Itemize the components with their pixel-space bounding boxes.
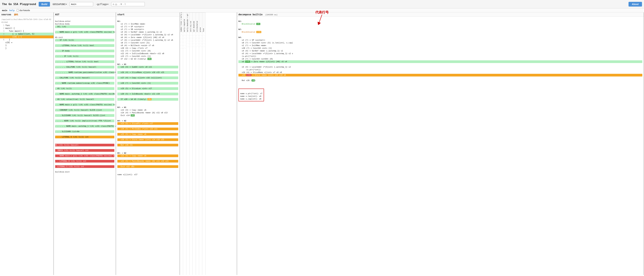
ast-line: buildssa-exit [55, 171, 70, 173]
ast-line: . . NAME-main..autotmp_1 l(4) x(0) class… [55, 92, 114, 95]
ast-line: . . . NAME-runtime.makeslicecap x(0) cla… [55, 82, 114, 84]
decompose-panel-header: decompose builtin [104389 ns] [237, 12, 644, 17]
pass-col-number-lines: number lines + early phielim [180, 12, 183, 32]
ast-line: . DCL l(4) [55, 26, 114, 28]
ssa-start-panel: start b1: v1 (?) = InitMem <mem> v2 (?) … [116, 12, 180, 275]
src-line-5: 5 s[0] = 1 [0, 36, 54, 38]
ast-line: buildssa-body [55, 23, 70, 25]
header: The Go SSA Playground Build GOSSAFUNC= -… [0, 0, 644, 8]
decompose-panel: decompose builtin [104389 ns] b1: BlockI… [237, 12, 644, 275]
gcflags-input[interactable] [111, 2, 145, 6]
ast-line: . AS l(4) colas(true) tc(1) hascall [55, 98, 114, 101]
ssa-block-b4: b4: → b2 [117, 120, 126, 122]
gossafunc-input[interactable] [70, 2, 93, 6]
src-line-8: s[0] = [0, 41, 54, 44]
decompose-content: b1: BlockInvalid (4) b2: BlockInvalid (+… [237, 17, 644, 106]
pass-col-prove: prove [199, 12, 202, 32]
ast-line: . . IF l(4) tc(1) [55, 39, 114, 42]
pass-cell: - [180, 32, 183, 36]
pass-col-early-deadcode: early deadcode + opt [186, 12, 189, 32]
ast-line: . . . . IF l(4) tc(1) [55, 55, 114, 58]
pass-col-opt-deadcode: opt deadcode [193, 12, 196, 32]
passes-panel: number lines + early phielim - . . . . e… [180, 12, 237, 275]
src-line-3: 3 func main() { [0, 30, 54, 32]
ast-line: . . NAME-main.s g(1) l(4) x(0) class(PAU… [55, 31, 114, 34]
func-name: main [2, 9, 7, 12]
ast-line: . . . . ADDR l(4) tc(1) implicit(true) P… [55, 120, 114, 122]
ast-line [55, 141, 56, 144]
ssa-content: b1: v1 (?) = InitMem <mem> v2 (?) = SP <… [116, 17, 180, 179]
build-button[interactable]: Build [39, 2, 50, 6]
gossafunc-label: GOSSAFUNC= [53, 3, 67, 6]
ast-line: AS-init [55, 36, 63, 38]
src-line-1: 1 func [0, 24, 54, 27]
ast-panel: AST buildssa-enter buildssa-body . DCL l… [54, 12, 116, 275]
ast-line: . AS l(4) tc(1) [55, 87, 114, 90]
ssa-block-b5: b5: → b2 [117, 152, 126, 154]
ast-line: . . NAME-main.s g(1) l(4) x(0) class(PAU… [55, 103, 114, 106]
ast-line: . . CALLFUNC l(4) tc(1) hascall [55, 76, 114, 79]
src-line-6: 6 } [0, 38, 54, 41]
darkmode-label[interactable]: darkmode [17, 9, 30, 12]
help-link[interactable]: help [9, 9, 14, 12]
pass-col-early-copyelim: early copyelim [183, 12, 186, 32]
darkmode-checkbox[interactable] [17, 9, 19, 12]
ast-line: . . NAME-main.s g(1) l(4) x(0) class(PAU… [55, 154, 114, 157]
ast-line: . . . LITERAL-false l(4) tc(1) bool [55, 44, 114, 47]
pass-cell: . [180, 36, 183, 39]
src-line-4: 4 s := make([]int, 5) [0, 32, 54, 36]
ast-line: . . CONVNOP l(4) tc(1) hascall SLICE-[]i… [55, 109, 114, 112]
decompose-ns: [104389 ns] [265, 14, 278, 16]
src-line-2: 2 main() { [0, 27, 54, 30]
pass-col-nilcheckelim: nilcheckelim [196, 12, 199, 32]
pass-cell: . [180, 46, 183, 48]
ast-line: . LITERAL-1 l(5) tc(1) int [55, 165, 114, 168]
ast-content: buildssa-enter buildssa-body . DCL l(4) … [54, 17, 116, 177]
ssa-block-b1: b1: [117, 20, 121, 22]
content-area: sources 源码 /app/public/buildbox/8975e7b9… [0, 12, 644, 275]
ast-line: . . . . . NAME-main..autotmp_1 l(4) x(0)… [55, 125, 114, 128]
sources-content: /app/public/buildbox/8975e7b9-3243-11ec-… [0, 17, 54, 101]
ast-line: . INDEX l(5) tc(1) hascall int [55, 149, 114, 152]
source-path: /app/public/buildbox/8975e7b9-3243-11ec-… [0, 18, 54, 24]
pass-cell: . [180, 39, 183, 42]
ast-line: . . . SLICEARR l(4) tc(1) hascall SLICE-… [55, 114, 114, 117]
sources-panel: sources 源码 /app/public/buildbox/8975e7b9… [0, 12, 54, 275]
pass-col-fuse: fuse [202, 12, 205, 32]
src-line-9: 1 [0, 44, 54, 47]
ast-line: . . LITERAL-0 l(5) tc(1) int [55, 160, 114, 162]
ast-line: . . . . . CALLFUNC l(4) tc(1) hascall [55, 66, 114, 68]
ast-line: . . . . . . NAME-runtime.panicmakeslicel… [55, 71, 114, 74]
ast-line: buildssa-enter [55, 20, 71, 22]
gcflags-label: -gcflags= [96, 3, 108, 6]
app-title: The Go SSA Playground [2, 2, 36, 6]
ast-line: AS l(5) tc(1) hascall [55, 144, 114, 146]
ssa-panel-header: start [116, 12, 180, 17]
ast-line: . . . IF-body [55, 50, 114, 52]
ast-panel-header: AST [54, 12, 116, 17]
ssa-block-b2: b2: → b1 [117, 63, 126, 66]
src-line-10: } [0, 47, 54, 50]
ast-line: . . . . . LITERAL-false l(4) tc(1) bool [55, 60, 114, 63]
sub-header: main help darkmode [0, 8, 644, 12]
name-box: name s.ptr[*int]: v7 name s.len[int]: v8… [238, 88, 264, 101]
pass-cell: . [180, 42, 183, 46]
ssa-block-b3: b3: → b1 [117, 106, 126, 108]
pass-col-zero-arg-cse: zero arg cse [190, 12, 192, 32]
ast-line: . . . SLICEARR-list<N> [55, 130, 114, 133]
ast-line: . . . LITERAL-5 l(4) tc(1) int [55, 136, 114, 138]
about-button[interactable]: About [628, 2, 642, 6]
sources-subtitle: 源码 [14, 14, 18, 16]
sources-panel-header: sources 源码 [0, 12, 54, 17]
